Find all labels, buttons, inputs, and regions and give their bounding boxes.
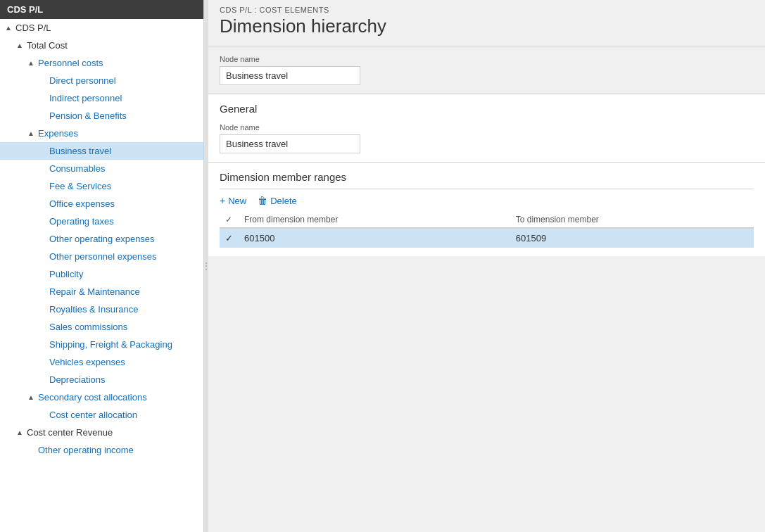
sidebar-item-repair-maintenance[interactable]: Repair & Maintenance bbox=[0, 283, 203, 300]
tree-item-label: Business travel bbox=[48, 144, 113, 158]
check-column-header: ✓ bbox=[220, 212, 239, 228]
tree-item-label: Vehicles expenses bbox=[48, 355, 127, 369]
delete-button[interactable]: 🗑 Delete bbox=[258, 195, 297, 206]
sidebar-item-fee-services[interactable]: Fee & Services bbox=[0, 177, 203, 195]
sidebar: CDS P/L ▲CDS P/L▲Total Cost▲Personnel co… bbox=[0, 0, 204, 532]
tree-item-label: Fee & Services bbox=[48, 179, 113, 193]
sidebar-item-office-expenses[interactable]: Office expenses bbox=[0, 195, 203, 213]
sidebar-item-other-operating[interactable]: Other operating expenses bbox=[0, 230, 203, 248]
top-node-name-section: Node name bbox=[208, 46, 765, 94]
tree-item-label: Sales commissions bbox=[48, 320, 129, 334]
tree-item-label: Personnel costs bbox=[37, 56, 105, 70]
dimension-member-ranges-section: Dimension member ranges + New 🗑 Delete ✓… bbox=[208, 163, 765, 256]
sidebar-item-cost-center-allocation[interactable]: Cost center allocation bbox=[0, 406, 203, 424]
table-row[interactable]: ✓601500601509 bbox=[220, 228, 754, 248]
tree-item-label: Office expenses bbox=[48, 197, 116, 210]
tree-toggle-icon: ▲ bbox=[14, 429, 25, 436]
page-title: Dimension hierarchy bbox=[208, 15, 765, 46]
tree-item-label: Expenses bbox=[37, 127, 80, 140]
sidebar-item-royalties-insurance[interactable]: Royalties & Insurance bbox=[0, 300, 203, 318]
sidebar-item-operating-taxes[interactable]: Operating taxes bbox=[0, 213, 203, 230]
tree-item-label: Shipping, Freight & Packaging bbox=[48, 338, 174, 351]
general-node-name-label: Node name bbox=[220, 123, 754, 132]
top-node-name-input[interactable] bbox=[220, 66, 360, 85]
sidebar-item-total-cost: ▲Total Cost bbox=[0, 37, 203, 54]
sidebar-item-direct-personnel[interactable]: Direct personnel bbox=[0, 72, 203, 89]
sidebar-item-vehicles[interactable]: Vehicles expenses bbox=[0, 353, 203, 371]
tree-item-label: Secondary cost allocations bbox=[37, 391, 148, 404]
sidebar-header: CDS P/L bbox=[0, 0, 203, 19]
tree-item-label: Depreciations bbox=[48, 373, 107, 386]
tree-item-label: Cost center Revenue bbox=[25, 426, 114, 439]
from-dimension-member: 601500 bbox=[239, 228, 510, 248]
tree-item-label: CDS P/L bbox=[14, 21, 53, 34]
tree-item-label: Royalties & Insurance bbox=[48, 303, 139, 316]
sidebar-item-consumables[interactable]: Consumables bbox=[0, 160, 203, 177]
sidebar-item-secondary-cost[interactable]: ▲Secondary cost allocations bbox=[0, 388, 203, 406]
new-button[interactable]: + New bbox=[220, 195, 246, 206]
tree-item-label: Repair & Maintenance bbox=[48, 285, 141, 298]
delete-icon: 🗑 bbox=[258, 195, 267, 206]
sidebar-item-depreciations[interactable]: Depreciations bbox=[0, 371, 203, 388]
breadcrumb: CDS P/L : COST ELEMENTS bbox=[208, 0, 765, 15]
tree-toggle-icon: ▲ bbox=[25, 59, 37, 67]
tree-item-label: Direct personnel bbox=[48, 74, 118, 87]
main-content: CDS P/L : COST ELEMENTS Dimension hierar… bbox=[208, 0, 765, 532]
tree-item-label: Operating taxes bbox=[48, 215, 115, 228]
toolbar: + New 🗑 Delete bbox=[220, 195, 754, 206]
tree-item-label: Indirect personnel bbox=[48, 91, 123, 105]
top-node-name-label: Node name bbox=[220, 55, 754, 63]
tree-toggle-icon: ▲ bbox=[14, 42, 25, 49]
dimension-member-ranges-title: Dimension member ranges bbox=[220, 171, 754, 189]
tree-toggle-icon: ▲ bbox=[25, 129, 37, 137]
tree-item-label: Other operating expenses bbox=[48, 232, 156, 246]
tree-item-label: Pension & Benefits bbox=[48, 109, 128, 122]
general-section: General Node name bbox=[208, 94, 765, 163]
sidebar-item-shipping[interactable]: Shipping, Freight & Packaging bbox=[0, 336, 203, 353]
delete-label: Delete bbox=[270, 196, 297, 206]
tree: ▲CDS P/L▲Total Cost▲Personnel costsDirec… bbox=[0, 19, 203, 459]
tree-item-label: Cost center allocation bbox=[48, 408, 139, 422]
sidebar-item-publicity[interactable]: Publicity bbox=[0, 265, 203, 283]
general-title: General bbox=[220, 103, 754, 115]
sidebar-item-pension-benefits[interactable]: Pension & Benefits bbox=[0, 107, 203, 125]
sidebar-item-business-travel[interactable]: Business travel bbox=[0, 142, 203, 160]
sidebar-item-other-operating-income[interactable]: Other operating income bbox=[0, 441, 203, 459]
tree-item-label: Publicity bbox=[48, 267, 84, 281]
plus-icon: + bbox=[220, 195, 225, 206]
sidebar-item-expenses[interactable]: ▲Expenses bbox=[0, 125, 203, 142]
general-node-name-input[interactable] bbox=[220, 134, 360, 153]
sidebar-item-other-personnel[interactable]: Other personnel expenses bbox=[0, 248, 203, 265]
tree-item-label: Total Cost bbox=[25, 39, 69, 52]
sidebar-item-sales-commissions[interactable]: Sales commissions bbox=[0, 318, 203, 336]
sidebar-item-personnel-costs[interactable]: ▲Personnel costs bbox=[0, 54, 203, 72]
to-dimension-member: 601509 bbox=[510, 228, 754, 248]
to-column-header: To dimension member bbox=[510, 212, 754, 228]
dimension-member-table: ✓ From dimension member To dimension mem… bbox=[220, 212, 754, 248]
checkmark-icon: ✓ bbox=[225, 233, 233, 243]
sidebar-item-indirect-personnel[interactable]: Indirect personnel bbox=[0, 89, 203, 107]
sidebar-item-cost-center-revenue: ▲Cost center Revenue bbox=[0, 424, 203, 441]
row-check: ✓ bbox=[220, 228, 239, 248]
from-column-header: From dimension member bbox=[239, 212, 510, 228]
new-label: New bbox=[228, 196, 246, 206]
tree-toggle-icon: ▲ bbox=[3, 24, 14, 32]
tree-item-label: Other personnel expenses bbox=[48, 250, 158, 263]
tree-item-label: Other operating income bbox=[37, 443, 135, 457]
tree-toggle-icon: ▲ bbox=[25, 393, 37, 401]
sidebar-item-cds-pl: ▲CDS P/L bbox=[0, 19, 203, 37]
tree-item-label: Consumables bbox=[48, 162, 107, 175]
